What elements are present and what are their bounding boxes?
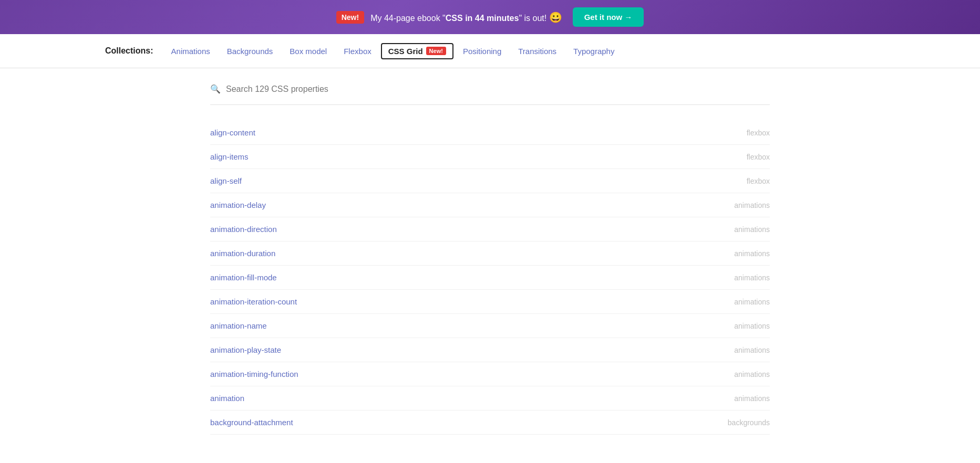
property-item: animation animations xyxy=(210,386,770,411)
property-link-animation-timing-function[interactable]: animation-timing-function xyxy=(210,370,298,378)
property-category: animations xyxy=(734,322,770,330)
banner-new-badge: New! xyxy=(336,11,364,24)
property-item: animation-name animations xyxy=(210,314,770,338)
nav-link-animations[interactable]: Animations xyxy=(164,44,218,59)
property-item: animation-fill-mode animations xyxy=(210,266,770,290)
search-container: 🔍 xyxy=(210,84,770,105)
property-item: align-content flexbox xyxy=(210,121,770,145)
banner-book-title: CSS in 44 minutes xyxy=(446,14,519,23)
property-item: animation-timing-function animations xyxy=(210,362,770,386)
property-link-animation-name[interactable]: animation-name xyxy=(210,321,267,330)
property-link-animation-fill-mode[interactable]: animation-fill-mode xyxy=(210,273,277,282)
nav-link-positioning[interactable]: Positioning xyxy=(456,44,509,59)
property-link-animation-iteration-count[interactable]: animation-iteration-count xyxy=(210,297,297,306)
get-it-now-button[interactable]: Get it now → xyxy=(573,7,644,27)
property-category: flexbox xyxy=(747,153,770,161)
property-link-animation[interactable]: animation xyxy=(210,394,244,403)
main-nav: Collections: Animations Backgrounds Box … xyxy=(0,34,980,68)
banner-text: My 44-page ebook "CSS in 44 minutes" is … xyxy=(370,11,562,24)
main-content: 🔍 align-content flexbox align-items flex… xyxy=(0,68,980,450)
property-category: flexbox xyxy=(747,129,770,137)
property-category: animations xyxy=(734,346,770,354)
property-category: animations xyxy=(734,298,770,306)
property-category: animations xyxy=(734,394,770,403)
nav-link-typography[interactable]: Typography xyxy=(566,44,622,59)
property-link-align-self[interactable]: align-self xyxy=(210,176,242,185)
nav-links: Animations Backgrounds Box model Flexbox… xyxy=(164,43,622,59)
property-category: animations xyxy=(734,249,770,258)
property-category: flexbox xyxy=(747,177,770,185)
nav-link-flexbox[interactable]: Flexbox xyxy=(336,44,379,59)
search-icon: 🔍 xyxy=(210,84,221,94)
banner-emoji: 😀 xyxy=(549,12,562,23)
property-item: align-items flexbox xyxy=(210,145,770,169)
nav-link-backgrounds[interactable]: Backgrounds xyxy=(220,44,281,59)
property-category: animations xyxy=(734,273,770,282)
property-item: animation-iteration-count animations xyxy=(210,290,770,314)
property-list: align-content flexbox align-items flexbo… xyxy=(210,121,770,435)
promo-banner: New! My 44-page ebook "CSS in 44 minutes… xyxy=(0,0,980,34)
property-category: animations xyxy=(734,225,770,234)
property-item: animation-delay animations xyxy=(210,193,770,217)
property-link-background-attachment[interactable]: background-attachment xyxy=(210,418,293,427)
property-item: animation-duration animations xyxy=(210,241,770,266)
search-input[interactable] xyxy=(226,85,384,94)
property-item: animation-direction animations xyxy=(210,217,770,241)
nav-new-badge: New! xyxy=(426,47,446,55)
collections-label: Collections: xyxy=(105,46,153,56)
property-link-animation-play-state[interactable]: animation-play-state xyxy=(210,345,281,354)
property-category: animations xyxy=(734,370,770,378)
property-link-animation-duration[interactable]: animation-duration xyxy=(210,249,275,258)
property-link-animation-delay[interactable]: animation-delay xyxy=(210,201,266,209)
nav-link-css-grid[interactable]: CSS Grid New! xyxy=(381,43,453,59)
property-link-align-items[interactable]: align-items xyxy=(210,152,249,161)
property-link-animation-direction[interactable]: animation-direction xyxy=(210,225,277,234)
property-link-align-content[interactable]: align-content xyxy=(210,128,255,137)
property-item: align-self flexbox xyxy=(210,169,770,193)
nav-link-box-model[interactable]: Box model xyxy=(282,44,334,59)
nav-link-transitions[interactable]: Transitions xyxy=(511,44,564,59)
property-category: animations xyxy=(734,201,770,209)
property-category: backgrounds xyxy=(728,418,770,427)
property-item: animation-play-state animations xyxy=(210,338,770,362)
property-item: background-attachment backgrounds xyxy=(210,411,770,435)
